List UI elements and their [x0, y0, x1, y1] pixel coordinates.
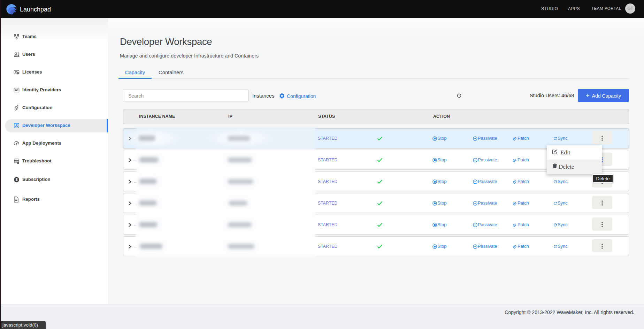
svg-text:$: $	[16, 178, 18, 182]
